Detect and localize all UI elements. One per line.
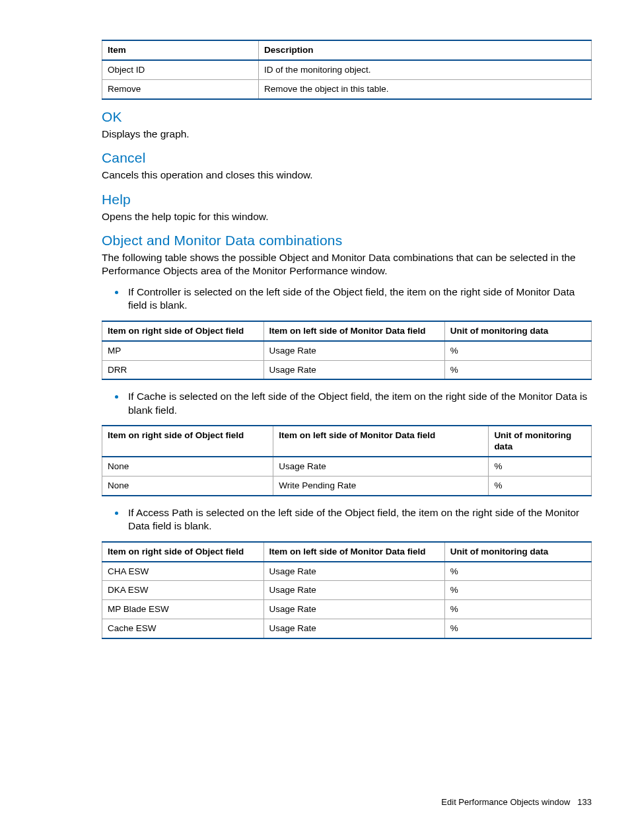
table-header: Unit of monitoring data xyxy=(444,321,591,341)
table-cell: Usage Rate xyxy=(263,341,444,360)
table-cell: None xyxy=(102,476,273,495)
bullet-list: If Cache is selected on the left side of… xyxy=(102,389,592,417)
help-heading: Help xyxy=(102,192,592,208)
item-description-table: Item Description Object ID ID of the mon… xyxy=(102,40,592,100)
table-cell: Usage Rate xyxy=(263,581,444,600)
table-cell: Usage Rate xyxy=(263,562,444,581)
cancel-body: Cancels this operation and closes this w… xyxy=(102,169,592,182)
table-header: Unit of monitoring data xyxy=(489,426,592,457)
table-cell: Remove xyxy=(102,79,259,98)
table-cell: % xyxy=(444,581,591,600)
table-cell: % xyxy=(444,341,591,360)
table-cell: % xyxy=(444,619,591,638)
table-cell: Usage Rate xyxy=(263,619,444,638)
table-cell: None xyxy=(102,457,273,476)
table-cell: % xyxy=(489,476,592,495)
table-cell: DKA ESW xyxy=(102,581,264,600)
table-header: Item on left side of Monitor Data field xyxy=(263,542,444,562)
table-cell: % xyxy=(444,360,591,379)
cache-table: Item on right side of Object field Item … xyxy=(102,425,592,496)
table-cell: Usage Rate xyxy=(263,360,444,379)
table-cell: Usage Rate xyxy=(273,457,489,476)
table-header: Item on left side of Monitor Data field xyxy=(273,426,489,457)
table-row: Remove Remove the object in this table. xyxy=(102,79,592,98)
combos-body: The following table shows the possible O… xyxy=(102,251,592,278)
list-item: If Controller is selected on the left si… xyxy=(125,285,592,313)
table-cell: CHA ESW xyxy=(102,562,264,581)
table-row: None Usage Rate % xyxy=(102,457,592,476)
footer-text: Edit Performance Objects window xyxy=(441,797,570,807)
table-cell: % xyxy=(444,562,591,581)
table-row: Object ID ID of the monitoring object. xyxy=(102,60,592,79)
table-row: MP Blade ESW Usage Rate % xyxy=(102,600,592,619)
table-header: Item xyxy=(102,40,259,60)
table-header: Unit of monitoring data xyxy=(444,542,591,562)
table-cell: Write Pending Rate xyxy=(273,476,489,495)
table-cell: MP xyxy=(102,341,264,360)
table-cell: ID of the monitoring object. xyxy=(259,60,592,79)
bullet-list: If Controller is selected on the left si… xyxy=(102,285,592,313)
help-body: Opens the help topic for this window. xyxy=(102,210,592,223)
table-cell: Remove the object in this table. xyxy=(259,79,592,98)
table-header: Item on left side of Monitor Data field xyxy=(263,321,444,341)
ok-heading: OK xyxy=(102,109,592,125)
document-page: Item Description Object ID ID of the mon… xyxy=(0,0,630,840)
access-path-table: Item on right side of Object field Item … xyxy=(102,541,592,639)
table-header: Item on right side of Object field xyxy=(102,426,273,457)
list-item: If Access Path is selected on the left s… xyxy=(125,506,592,533)
cancel-heading: Cancel xyxy=(102,150,592,166)
table-cell: Usage Rate xyxy=(263,600,444,619)
table-cell: % xyxy=(489,457,592,476)
bullet-list: If Access Path is selected on the left s… xyxy=(102,506,592,533)
ok-body: Displays the graph. xyxy=(102,128,592,141)
table-row: DKA ESW Usage Rate % xyxy=(102,581,592,600)
table-row: DRR Usage Rate % xyxy=(102,360,592,379)
combos-heading: Object and Monitor Data combinations xyxy=(102,233,592,248)
table-row: None Write Pending Rate % xyxy=(102,476,592,495)
table-header: Item on right side of Object field xyxy=(102,542,264,562)
table-cell: DRR xyxy=(102,360,264,379)
table-cell: Object ID xyxy=(102,60,259,79)
table-cell: % xyxy=(444,600,591,619)
table-row: MP Usage Rate % xyxy=(102,341,592,360)
table-header: Item on right side of Object field xyxy=(102,321,264,341)
table-row: CHA ESW Usage Rate % xyxy=(102,562,592,581)
table-cell: Cache ESW xyxy=(102,619,264,638)
page-footer: Edit Performance Objects window 133 xyxy=(441,797,592,807)
table-header: Description xyxy=(259,40,592,60)
page-number: 133 xyxy=(577,797,592,807)
table-row: Cache ESW Usage Rate % xyxy=(102,619,592,638)
table-cell: MP Blade ESW xyxy=(102,600,264,619)
list-item: If Cache is selected on the left side of… xyxy=(125,389,592,417)
controller-table: Item on right side of Object field Item … xyxy=(102,321,592,381)
